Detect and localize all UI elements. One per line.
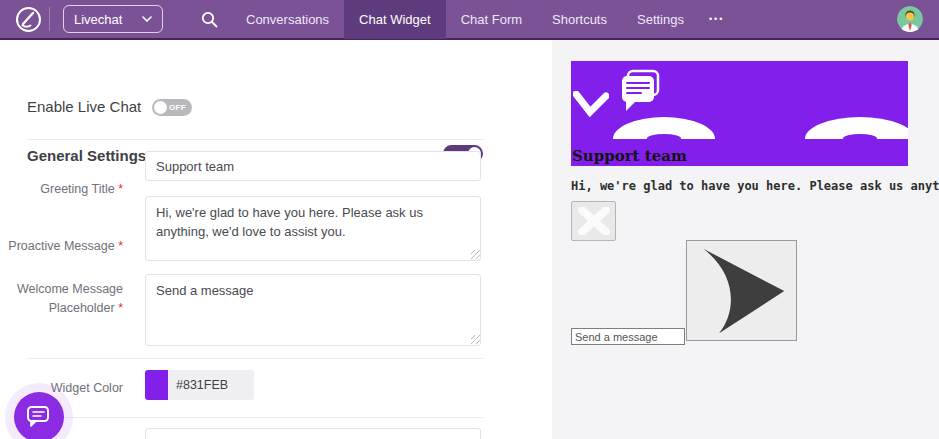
widget-color-picker[interactable]: #831FEB [145,370,254,400]
decorative-curve [613,117,715,139]
preview-close-button[interactable] [571,201,616,241]
user-avatar[interactable] [897,6,923,32]
navbar-menu: Conversations Chat Widget Chat Form Shor… [231,0,734,39]
chat-bubbles-icon [618,69,660,115]
enable-live-chat-label: Enable Live Chat [27,98,141,115]
top-navbar: Livechat Conversations Chat Widget Chat … [0,0,939,40]
section-divider [27,139,483,140]
send-arrow-icon [696,247,788,335]
resize-grip[interactable] [471,335,480,344]
preview-send-button[interactable] [686,240,797,341]
welcome-placeholder-label: Welcome Message Placeholder * [0,280,123,318]
nav-item-settings[interactable]: Settings [622,0,699,39]
resize-grip[interactable] [471,250,480,259]
cutoff-bottom-input[interactable] [145,428,481,439]
close-x-icon [578,207,610,235]
general-settings-title: General Settings [27,147,146,164]
chat-widget-preview-panel: Support team Hi, we're glad to have you … [552,40,939,439]
section-divider [27,417,483,418]
curve-notch [647,134,681,143]
curve-notch [843,134,877,143]
toggle-state-label: OFF [169,103,186,112]
preview-proactive-message: Hi, we're glad to have you here. Please … [571,179,939,193]
color-hex-value: #831FEB [168,370,254,400]
nav-item-chat-form[interactable]: Chat Form [446,0,537,39]
nav-item-shortcuts[interactable]: Shortcuts [537,0,622,39]
preview-widget-header: Support team [571,61,908,166]
nav-item-chat-widget[interactable]: Chat Widget [344,0,446,39]
enable-live-chat-toggle[interactable]: OFF [152,99,192,116]
avatar-person-icon [897,6,923,32]
logo-icon [15,6,42,33]
app-logo[interactable] [13,4,43,34]
section-divider [27,358,483,359]
required-asterisk: * [118,239,123,253]
proactive-message-label: Proactive Message * [0,237,123,256]
greeting-title-input[interactable] [145,151,481,181]
chat-launcher-button[interactable] [14,392,64,439]
minimize-chevron-icon[interactable] [573,91,609,117]
chat-widget-settings-panel: Enable Live Chat OFF General Settings ON… [0,40,552,439]
toggle-knob [154,101,167,114]
product-selector-dropdown[interactable]: Livechat [63,5,163,33]
required-asterisk: * [118,182,123,196]
main-content: Enable Live Chat OFF General Settings ON… [0,40,939,439]
chevron-down-icon [142,16,152,22]
welcome-placeholder-textarea[interactable]: Send a message [145,274,481,346]
navbar-divider [49,7,50,31]
chat-bubble-icon [26,405,52,429]
preview-greeting-title: Support team [572,147,687,165]
widget-color-label: Widget Color [0,379,123,398]
required-asterisk: * [118,301,123,315]
nav-item-conversations[interactable]: Conversations [231,0,344,39]
decorative-curve [805,117,908,139]
proactive-message-textarea[interactable]: Hi, we're glad to have you here. Please … [145,196,481,261]
color-swatch[interactable] [145,370,168,400]
search-icon [201,11,218,28]
more-menu-button[interactable]: ••• [699,0,734,39]
product-selector-label: Livechat [74,12,122,27]
greeting-title-label: Greeting Title * [0,180,123,199]
search-button[interactable] [197,7,221,31]
preview-message-input[interactable] [571,328,685,345]
